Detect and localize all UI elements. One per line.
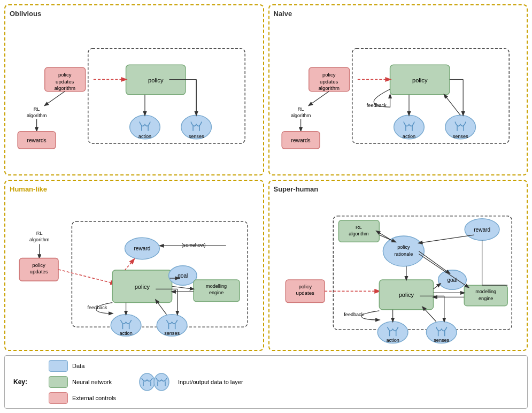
svg-text:policy: policy <box>58 72 72 78</box>
svg-text:senses: senses <box>434 338 449 343</box>
svg-text:RL: RL <box>34 106 40 112</box>
svg-text:algorithm: algorithm <box>54 85 75 91</box>
svg-text:senses: senses <box>452 134 468 139</box>
key-box-nn <box>49 376 68 388</box>
svg-text:action: action <box>138 134 151 139</box>
svg-text:policy: policy <box>148 77 164 83</box>
svg-text:updates: updates <box>296 290 314 296</box>
key-box-ext <box>49 392 68 404</box>
svg-line-59 <box>125 259 134 270</box>
key-label-ext: External controls <box>72 395 116 401</box>
svg-text:updates: updates <box>30 269 48 274</box>
panel-oblivious: Oblivious policy policy updates algorith… <box>4 4 264 175</box>
svg-line-66 <box>172 286 194 289</box>
svg-text:policy: policy <box>322 72 335 78</box>
svg-text:modelling: modelling <box>475 289 496 294</box>
svg-text:policy: policy <box>398 292 414 298</box>
svg-text:goal: goal <box>447 277 457 283</box>
svg-text:rewards: rewards <box>27 137 47 143</box>
svg-text:algorithm: algorithm <box>318 85 340 91</box>
key-label-io: Input/output data to layer <box>178 379 243 385</box>
svg-line-45 <box>444 95 460 115</box>
panel-super-human: Super-human RL algorithm <box>268 180 528 351</box>
svg-line-53 <box>58 270 115 284</box>
main-container: Oblivious policy policy updates algorith… <box>0 0 532 413</box>
svg-text:policy: policy <box>412 77 428 83</box>
svg-text:algorithm: algorithm <box>29 237 49 242</box>
svg-line-89 <box>419 235 474 243</box>
svg-point-119 <box>140 373 155 391</box>
svg-point-120 <box>154 373 169 391</box>
svg-line-33 <box>309 91 328 105</box>
svg-text:RL: RL <box>36 231 43 236</box>
svg-text:updates: updates <box>56 79 74 85</box>
diagram-super-human: RL algorithm reward policy rationale pol… <box>274 195 523 356</box>
svg-text:action: action <box>119 331 132 336</box>
svg-text:policy: policy <box>397 244 410 250</box>
key-panel: Key: Data Neural network External contro… <box>4 355 528 409</box>
svg-text:rationale: rationale <box>394 251 413 257</box>
svg-line-11 <box>45 91 65 105</box>
key-items-left: Data Neural network External controls <box>49 360 116 404</box>
key-item-data: Data <box>49 360 116 372</box>
svg-text:modelling: modelling <box>206 284 227 289</box>
diagram-human-like: RL algorithm policy updates policy rewar… <box>10 195 259 356</box>
svg-text:reward: reward <box>474 227 490 233</box>
svg-text:action: action <box>386 338 399 343</box>
svg-text:reward: reward <box>134 246 150 251</box>
svg-text:algorithm: algorithm <box>27 113 47 118</box>
svg-text:RL: RL <box>297 106 304 112</box>
key-item-nn: Neural network <box>49 376 116 388</box>
svg-text:policy: policy <box>135 284 150 290</box>
svg-line-103 <box>419 251 450 273</box>
key-label-nn: Neural network <box>72 379 112 385</box>
key-item-ext: External controls <box>49 392 116 404</box>
svg-text:goal: goal <box>178 273 188 279</box>
svg-text:algorithm: algorithm <box>349 231 368 236</box>
key-title: Key: <box>13 378 27 386</box>
svg-text:senses: senses <box>189 134 204 139</box>
svg-text:policy: policy <box>32 262 45 268</box>
svg-line-105 <box>433 284 440 289</box>
key-io-symbol <box>137 371 169 393</box>
svg-rect-23 <box>352 49 508 143</box>
svg-text:policy: policy <box>298 284 312 289</box>
panel-naive-title: Naive <box>274 10 523 18</box>
svg-text:senses: senses <box>164 331 180 336</box>
svg-text:rewards: rewards <box>291 137 310 143</box>
svg-text:updates: updates <box>320 79 338 85</box>
panel-human-like-title: Human-like <box>10 185 259 193</box>
key-label-data: Data <box>72 363 84 369</box>
panel-super-human-title: Super-human <box>274 185 523 193</box>
svg-text:action: action <box>402 134 415 139</box>
svg-text:algorithm: algorithm <box>290 113 310 118</box>
panel-oblivious-title: Oblivious <box>10 10 259 18</box>
svg-text:RL: RL <box>356 225 362 230</box>
key-box-data <box>49 360 68 372</box>
diagram-oblivious: policy policy updates algorithm RL algor… <box>10 20 259 180</box>
panel-human-like: Human-like RL algorithm <box>4 180 264 351</box>
svg-text:(somehow): (somehow) <box>182 242 206 248</box>
svg-text:feedback: feedback <box>344 312 364 317</box>
panel-naive: Naive policy <box>268 4 528 175</box>
svg-text:engine: engine <box>209 290 223 295</box>
svg-rect-0 <box>88 49 245 143</box>
svg-text:engine: engine <box>479 296 493 301</box>
key-item-io: Input/output data to layer <box>137 371 243 393</box>
diagram-naive: policy policy updates algorithm RL algor… <box>274 20 523 180</box>
